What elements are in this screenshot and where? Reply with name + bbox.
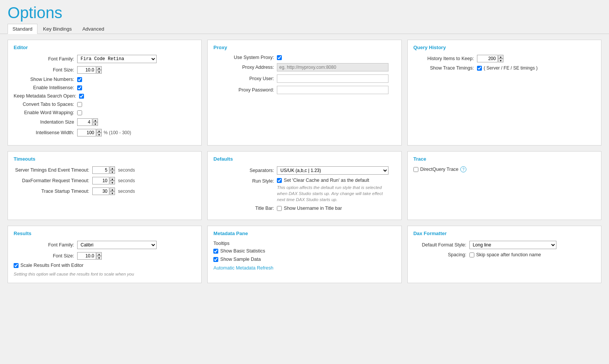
results-panel: Results Font Family: Calibri Font Size: … xyxy=(8,226,202,283)
show-trace-timings-label: Show Trace Timings: xyxy=(413,65,474,71)
default-format-row: Default Format Style: Long line xyxy=(413,241,595,249)
enable-intellisense-checkbox[interactable] xyxy=(77,85,82,90)
show-basic-stats-label: Show Basic Statistics xyxy=(220,248,265,254)
enable-intellisense-row: Enable Intellisense: xyxy=(14,85,196,90)
history-items-spinner: ▲ ▼ xyxy=(477,55,503,62)
convert-tabs-label: Convert Tabs to Spaces: xyxy=(14,102,74,107)
editor-font-size-down[interactable]: ▼ xyxy=(96,70,102,74)
intellisense-width-down[interactable]: ▼ xyxy=(96,133,102,136)
font-family-select[interactable]: Fira Code Retina xyxy=(77,55,157,63)
history-items-up[interactable]: ▲ xyxy=(498,55,503,59)
proxy-password-row: Proxy Password: xyxy=(213,86,395,94)
show-sample-data-checkbox[interactable] xyxy=(213,257,218,262)
server-timings-down[interactable]: ▼ xyxy=(110,170,115,174)
proxy-user-row: Proxy User: xyxy=(213,74,395,83)
dax-formatter-down[interactable]: ▼ xyxy=(110,181,115,184)
tab-advanced[interactable]: Advanced xyxy=(78,24,109,34)
enable-intellisense-label: Enable Intellisense: xyxy=(14,85,74,90)
direct-query-label: DirectQuery Trace xyxy=(420,167,458,172)
editor-font-size-label: Font Size: xyxy=(14,67,74,73)
show-trace-timings-suffix: ( Server / FE / SE timings ) xyxy=(484,65,538,71)
trace-startup-seconds: seconds xyxy=(118,189,135,194)
show-line-numbers-checkbox[interactable] xyxy=(77,77,82,82)
history-items-input[interactable] xyxy=(477,55,498,62)
direct-query-checkbox[interactable] xyxy=(413,167,418,172)
indentation-size-spinner: ▲ ▼ xyxy=(77,118,98,126)
show-basic-stats-row: Show Basic Statistics xyxy=(213,248,395,254)
tab-standard[interactable]: Standard xyxy=(8,24,37,34)
enable-word-wrap-label: Enable Word Wrapping: xyxy=(14,110,74,115)
proxy-address-input[interactable] xyxy=(277,63,388,71)
font-family-row: Font Family: Fira Code Retina xyxy=(14,55,196,63)
indentation-size-down[interactable]: ▼ xyxy=(93,122,98,126)
default-format-select[interactable]: Long line xyxy=(469,241,556,249)
direct-query-row: DirectQuery Trace ? xyxy=(413,166,595,172)
show-sample-data-row: Show Sample Data xyxy=(213,257,395,262)
title-bar-checkbox[interactable] xyxy=(277,206,282,211)
trace-title: Trace xyxy=(413,156,595,162)
trace-panel: Trace DirectQuery Trace ? xyxy=(407,151,601,220)
direct-query-info-icon[interactable]: ? xyxy=(460,166,466,172)
trace-startup-input[interactable] xyxy=(92,187,109,195)
indentation-size-input[interactable] xyxy=(77,118,92,126)
results-font-size-input[interactable] xyxy=(77,252,96,260)
run-style-options: Set 'Clear Cache and Run' as the default… xyxy=(277,178,388,203)
separators-select[interactable]: US/UK (a,b,c | 1.23) xyxy=(277,166,388,175)
dax-formatter-input[interactable] xyxy=(92,177,109,184)
editor-font-size-input[interactable] xyxy=(77,66,96,74)
auto-refresh-link[interactable]: Automatic Metadata Refresh xyxy=(213,265,273,271)
intellisense-width-input[interactable] xyxy=(77,129,96,136)
enable-word-wrap-checkbox[interactable] xyxy=(77,110,82,115)
title-bar-label: Title Bar: xyxy=(213,206,274,211)
dax-formatter-seconds: seconds xyxy=(118,178,135,183)
trace-startup-up[interactable]: ▲ xyxy=(110,187,115,191)
keep-metadata-checkbox[interactable] xyxy=(79,94,84,99)
skip-space-checkbox[interactable] xyxy=(469,252,474,257)
show-sample-data-label: Show Sample Data xyxy=(220,257,261,262)
font-family-label: Font Family: xyxy=(14,56,74,62)
trace-startup-down[interactable]: ▼ xyxy=(110,191,115,195)
history-items-row: History Items to Keep: ▲ ▼ xyxy=(413,55,595,62)
results-font-size-up[interactable]: ▲ xyxy=(96,252,102,256)
query-history-title: Query History xyxy=(413,45,595,50)
tab-key-bindings[interactable]: Key Bindings xyxy=(38,24,77,34)
keep-metadata-label: Keep Metadata Search Open: xyxy=(14,93,76,99)
indentation-size-up[interactable]: ▲ xyxy=(93,118,98,122)
history-items-label: History Items to Keep: xyxy=(413,56,474,61)
show-basic-stats-checkbox[interactable] xyxy=(213,249,218,254)
proxy-panel: Proxy Use System Proxy: Proxy Address: P… xyxy=(207,40,401,146)
results-font-size-label: Font Size: xyxy=(14,253,74,259)
show-trace-timings-checkbox[interactable] xyxy=(477,66,482,71)
proxy-password-input[interactable] xyxy=(277,86,388,94)
convert-tabs-checkbox[interactable] xyxy=(77,102,82,107)
run-style-checkbox[interactable] xyxy=(277,178,282,183)
trace-startup-label: Trace Startup Timeout: xyxy=(14,189,89,194)
server-timings-input[interactable] xyxy=(92,166,109,174)
spacing-row: Spacing: Skip space after function name xyxy=(413,252,595,257)
use-system-proxy-checkbox[interactable] xyxy=(277,55,282,60)
dax-formatter-up[interactable]: ▲ xyxy=(110,177,115,181)
timeouts-title: Timeouts xyxy=(14,156,196,162)
keep-metadata-row: Keep Metadata Search Open: xyxy=(14,93,196,99)
tooltips-label: Tooltips xyxy=(213,241,395,246)
results-font-size-spinner: ▲ ▼ xyxy=(77,252,102,260)
proxy-address-row: Proxy Address: xyxy=(213,63,395,71)
proxy-user-input[interactable] xyxy=(277,74,388,83)
scale-results-checkbox[interactable] xyxy=(14,263,19,268)
results-font-family-label: Font Family: xyxy=(14,242,74,248)
tabs-bar: Standard Key Bindings Advanced xyxy=(0,24,609,34)
proxy-user-label: Proxy User: xyxy=(213,76,274,81)
editor-font-size-up[interactable]: ▲ xyxy=(96,66,102,70)
dax-formatter-row: DaxFormatter Request Timeout: ▲ ▼ second… xyxy=(14,177,196,184)
results-font-size-down[interactable]: ▼ xyxy=(96,256,102,260)
default-format-label: Default Format Style: xyxy=(413,242,466,248)
server-timings-up[interactable]: ▲ xyxy=(110,166,115,170)
page-title: Options xyxy=(0,0,609,24)
results-title: Results xyxy=(14,231,196,236)
skip-space-label: Skip space after function name xyxy=(476,252,541,257)
intellisense-width-up[interactable]: ▲ xyxy=(96,129,102,133)
editor-font-size-row: Font Size: ▲ ▼ xyxy=(14,66,196,74)
results-font-family-select[interactable]: Calibri xyxy=(77,241,157,249)
show-line-numbers-row: Show Line Numbers: xyxy=(14,77,196,82)
history-items-down[interactable]: ▼ xyxy=(498,59,503,62)
